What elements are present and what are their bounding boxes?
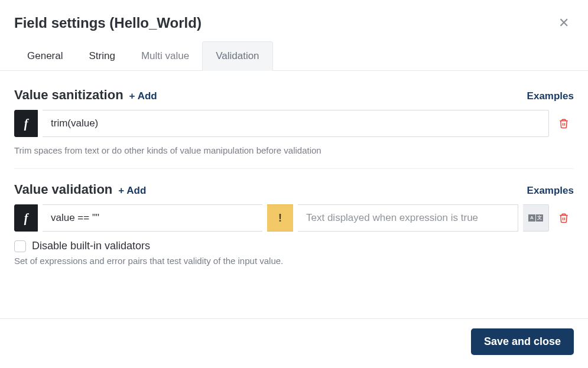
fx-button[interactable]: f (14, 204, 38, 232)
validation-row: f ! A文 (14, 204, 574, 232)
warning-badge: ! (267, 204, 293, 232)
sanitization-title: Value sanitization (14, 87, 124, 103)
sanitization-row: f (14, 110, 574, 137)
validation-message-input[interactable] (298, 204, 518, 232)
sanitization-delete-button[interactable] (554, 110, 574, 137)
validation-header: Value validation + Add Examples (14, 182, 574, 197)
trash-icon (558, 118, 569, 129)
tab-general[interactable]: General (14, 41, 76, 70)
tab-multi-value[interactable]: Multi value (128, 41, 202, 70)
disable-validators-checkbox[interactable] (14, 240, 26, 252)
validation-expression-input[interactable] (43, 204, 262, 232)
modal-header: Field settings (Hello_World) ✕ (0, 0, 588, 41)
tabs: General String Multi value Validation (0, 41, 588, 71)
sanitization-add-button[interactable]: + Add (129, 90, 157, 102)
close-icon: ✕ (558, 15, 569, 30)
fx-button[interactable]: f (14, 110, 38, 137)
validation-hint: Set of expressions and error pairs that … (14, 256, 574, 266)
function-icon: f (24, 211, 28, 225)
modal-footer: Save and close (0, 318, 588, 368)
tab-validation[interactable]: Validation (202, 41, 272, 71)
translate-icon: A文 (528, 214, 543, 222)
save-and-close-button[interactable]: Save and close (471, 328, 574, 355)
trash-icon (558, 213, 569, 223)
validation-delete-button[interactable] (554, 204, 574, 232)
disable-validators-row: Disable built-in validators (14, 240, 574, 252)
sanitization-expression-input[interactable] (43, 110, 549, 137)
validation-title: Value validation (14, 182, 112, 197)
modal-body: Value sanitization + Add Examples f Trim… (0, 71, 588, 318)
sanitization-hint: Trim spaces from text or do other kinds … (14, 145, 574, 155)
tab-string[interactable]: String (76, 41, 128, 70)
function-icon: f (24, 117, 28, 131)
disable-validators-label[interactable]: Disable built-in validators (32, 240, 150, 252)
warning-icon: ! (278, 212, 282, 224)
sanitization-header: Value sanitization + Add Examples (14, 87, 574, 103)
divider (14, 168, 574, 169)
validation-examples-link[interactable]: Examples (527, 185, 574, 197)
close-button[interactable]: ✕ (554, 14, 574, 32)
sanitization-examples-link[interactable]: Examples (527, 90, 574, 102)
validation-add-button[interactable]: + Add (118, 185, 146, 197)
modal-title: Field settings (Hello_World) (14, 15, 202, 31)
translate-button[interactable]: A文 (523, 204, 549, 232)
